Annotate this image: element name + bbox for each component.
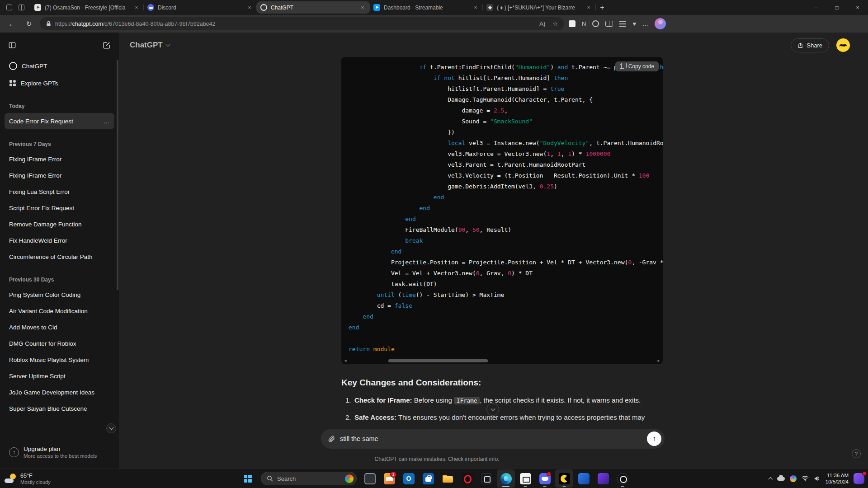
browser-tab[interactable]: Dashboard - Streamable× [370, 1, 483, 14]
back-button[interactable]: ← [5, 18, 18, 30]
workspaces-icon[interactable] [19, 5, 24, 10]
sidebar-chat-item[interactable]: Roblox Music Playlist System [5, 352, 114, 368]
sidebar-chat-item[interactable]: DMG Counter for Roblox [5, 335, 114, 352]
discord-app[interactable] [536, 469, 554, 488]
new-tab-button[interactable]: + [596, 2, 609, 14]
tray-notification-icon[interactable] [854, 473, 864, 484]
address-bar[interactable]: https://chatgpt.com/c/67013e6d-8a40-800a… [40, 17, 564, 30]
wifi-icon[interactable] [802, 475, 809, 482]
settings-menu-icon[interactable]: … [642, 20, 648, 27]
taskbar-search[interactable]: Search [261, 472, 357, 485]
browser-tab[interactable]: Discord× [144, 1, 257, 14]
sidebar-chat-item[interactable]: Circumference of Circular Path [5, 249, 114, 265]
chat-title: Fix HandleWeld Error [9, 237, 110, 244]
hidden-icons-chevron[interactable] [768, 477, 773, 482]
scroll-right-icon[interactable]: ► [656, 359, 662, 363]
sidebar-item-explore-gpts[interactable]: Explore GPTs [5, 75, 114, 91]
sidebar-chat-item[interactable]: Fixing IFrame Error [5, 167, 114, 183]
blue-app[interactable] [575, 469, 593, 488]
model-selector[interactable]: ChatGPT [130, 41, 170, 50]
sidebar-chat-item[interactable]: Server Uptime Script [5, 368, 114, 384]
start-button[interactable] [239, 469, 257, 488]
scrollbar-track[interactable] [349, 358, 656, 364]
attach-icon[interactable] [328, 435, 335, 443]
send-button[interactable]: ↑ [647, 432, 661, 446]
chat-options-icon[interactable]: … [104, 118, 110, 125]
favorite-star-icon[interactable]: ☆ [552, 20, 558, 27]
scrollbar-thumb[interactable] [388, 359, 488, 362]
code-line: break [349, 235, 663, 246]
help-button[interactable]: ? [852, 449, 861, 458]
sidebar-toggle-icon[interactable] [8, 41, 16, 49]
dark-utility-app[interactable] [477, 469, 495, 488]
scroll-left-icon[interactable]: ◄ [342, 359, 349, 363]
read-aloud-icon[interactable]: A) [539, 20, 545, 27]
sidebar-item-chatgpt[interactable]: ChatGPT [5, 57, 114, 75]
sidebar-chat-item[interactable]: Fix HandleWeld Error [5, 232, 114, 249]
sidebar-chat-item[interactable]: Super Saiyan Blue Cutscene [5, 400, 114, 417]
sidebar-scroll-down-button[interactable] [106, 423, 116, 433]
white-tile-app[interactable] [516, 469, 534, 488]
user-avatar[interactable] [836, 38, 850, 52]
share-button[interactable]: Share [791, 38, 829, 52]
collections-icon[interactable] [619, 21, 626, 27]
weather-widget[interactable]: 65°F Mostly cloudy [5, 469, 51, 488]
sidebar-chat-item[interactable]: Fixing IFrame Error [5, 151, 114, 167]
browser-essentials-icon[interactable]: ♥ [632, 20, 636, 27]
running-indicator [543, 486, 547, 487]
split-screen-icon[interactable] [605, 21, 613, 27]
tab-close-icon[interactable]: × [246, 5, 253, 11]
composer[interactable]: still the same ↑ [321, 429, 665, 449]
tab-close-icon[interactable]: × [472, 5, 479, 11]
monitor-app[interactable] [361, 469, 379, 488]
minimize-button[interactable]: – [806, 0, 826, 15]
maximize-button[interactable]: □ [826, 0, 847, 15]
purple-app[interactable] [594, 469, 612, 488]
browser-tab[interactable]: ChatGPT× [257, 1, 370, 14]
browser-profile-avatar[interactable] [655, 18, 666, 29]
extension-circle-icon[interactable] [592, 20, 599, 27]
chat-title: Script Error Fix Request [9, 205, 110, 211]
windows-logo-icon [244, 475, 252, 483]
copy-code-button[interactable]: Copy code [615, 61, 659, 71]
tab-close-icon[interactable]: × [585, 5, 592, 11]
browser-tab[interactable]: (7) OsamaSon - Freestyle [Officia× [31, 1, 144, 14]
opera-app[interactable] [458, 469, 476, 488]
sidebar-chat-item[interactable]: Script Error Fix Request [5, 200, 114, 216]
search-highlights-icon[interactable] [345, 474, 354, 483]
code-horizontal-scrollbar[interactable]: ◄ ► [342, 358, 662, 364]
pacman-game-app[interactable] [555, 469, 573, 488]
sidebar-chat-item[interactable]: Fixing Lua Script Error [5, 183, 114, 200]
sidebar-chat-item[interactable]: JoJo Game Development Ideas [5, 384, 114, 400]
sidebar-chat-item[interactable]: Ping System Color Coding [5, 286, 114, 303]
obs-app[interactable] [613, 469, 632, 488]
volume-icon[interactable] [814, 475, 821, 482]
upgrade-plan-item[interactable]: ↑ Upgrade plan More access to the best m… [5, 442, 114, 462]
file-explorer-app[interactable] [439, 469, 457, 488]
edge-app[interactable] [497, 469, 515, 488]
extension-tile-icon[interactable] [569, 20, 576, 27]
outlook-app[interactable] [400, 469, 418, 488]
mail-app[interactable]: 1 [380, 469, 398, 488]
sidebar-scrollbar[interactable] [117, 60, 118, 290]
new-chat-icon[interactable] [103, 41, 111, 49]
tab-close-icon[interactable]: × [359, 5, 366, 11]
sidebar-chat-item[interactable]: Code Error Fix Request… [5, 113, 114, 129]
tab-actions-icon[interactable] [6, 5, 12, 10]
onedrive-icon[interactable] [777, 477, 785, 481]
scroll-to-bottom-button[interactable] [486, 403, 499, 416]
microsoft-store-app[interactable] [419, 469, 437, 488]
refresh-button[interactable]: ↻ [23, 18, 35, 30]
code-line [349, 333, 663, 344]
taskbar-clock[interactable]: 11:36 AM 10/5/2024 [826, 472, 849, 485]
sidebar-chat-item[interactable]: Remove Damage Function [5, 216, 114, 232]
tray-color-icon[interactable] [790, 475, 797, 482]
composer-input[interactable]: still the same [340, 435, 378, 442]
sidebar-chat-item[interactable]: Air Variant Code Modification [5, 303, 114, 319]
browser-tab[interactable]: ( ♦ ) [+*SUKUNA+*] Your Bizarre× [483, 1, 596, 14]
close-button[interactable]: × [847, 0, 868, 15]
code-line: Vel = Vel + Vector3.new(0, Grav, 0) * DT [349, 268, 663, 279]
tab-close-icon[interactable]: × [133, 5, 140, 11]
extension-n-icon[interactable]: N [582, 20, 586, 27]
sidebar-chat-item[interactable]: Add Moves to Cid [5, 319, 114, 335]
